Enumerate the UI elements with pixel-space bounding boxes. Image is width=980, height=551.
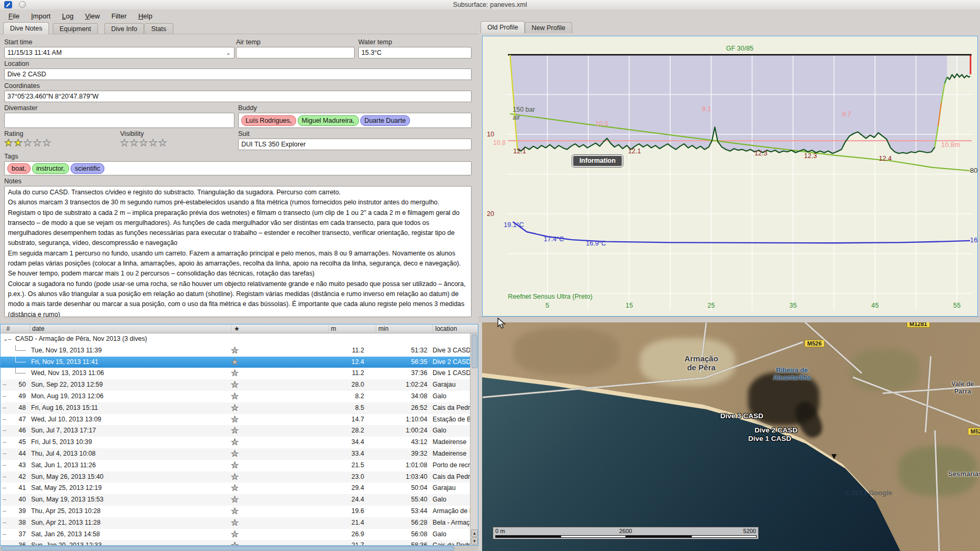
dive-row[interactable]: –42Sun, May 26, 2013 15:4023.01:03:40Cai… xyxy=(1,471,478,483)
star-empty-icon: ★ xyxy=(231,529,239,540)
panel-splitter[interactable] xyxy=(478,317,980,322)
column-header-3[interactable]: m xyxy=(328,325,336,333)
water-temp-field[interactable]: 15.3°C xyxy=(358,47,472,58)
cell-date: Sun, Jul 7, 2013 17:17 xyxy=(31,425,96,437)
visibility-stars[interactable]: ★★★★★ xyxy=(120,137,168,149)
tag-pill[interactable]: scientific xyxy=(71,163,104,174)
dive-row[interactable]: –39Thu, Apr 25, 2013 10:2819.653:44Armaç… xyxy=(1,506,478,517)
air-temp-field[interactable] xyxy=(236,47,355,58)
cell-min: 56:28 xyxy=(369,517,427,529)
information-button[interactable]: Information xyxy=(572,155,623,167)
dive-row[interactable]: Tue, Nov 19, 2013 11:3911.251:32Dive 3 C… xyxy=(1,345,478,357)
location-label: Location xyxy=(4,60,29,67)
tab-old-profile[interactable]: Old Profile xyxy=(481,21,525,33)
time-tick: 5 xyxy=(545,302,549,309)
dive-profile-chart[interactable]: GF 30/85150 barair102051525354555Reefnet… xyxy=(482,36,978,317)
dive-list-vertical-scrollbar[interactable]: ▲ ▼ xyxy=(470,333,478,545)
menu-filter[interactable]: Filter xyxy=(106,11,132,21)
dive-row[interactable]: –43Sat, Jun 1, 2013 11:2621.51:01:08Port… xyxy=(1,460,478,471)
divemaster-field[interactable] xyxy=(4,113,234,128)
menu-log[interactable]: Log xyxy=(57,11,79,21)
column-header-0[interactable]: # xyxy=(4,325,10,333)
column-header-5[interactable]: location xyxy=(433,325,457,333)
cell-m: 23.0 xyxy=(317,471,364,483)
profile-plot: GF 30/85150 barair102051525354555Reefnet… xyxy=(483,36,977,316)
dive-row[interactable]: –48Fri, Aug 16, 2013 15:118.526:52Cais d… xyxy=(1,402,478,414)
collapse-icon[interactable]: ⌄– xyxy=(3,333,11,345)
water-temp-label: Water temp xyxy=(358,38,392,46)
menu-import[interactable]: Import xyxy=(26,11,56,21)
column-header-2[interactable]: ★ xyxy=(231,325,240,333)
tag-pill[interactable]: Luís Rodrigues, xyxy=(241,115,296,126)
min-depth-label: 9.1 xyxy=(702,105,711,113)
column-header-1[interactable]: date xyxy=(30,325,44,333)
tag-pill[interactable]: Miguel Madureira, xyxy=(298,115,359,126)
tab-new-profile[interactable]: New Profile xyxy=(525,22,572,33)
star-filled-icon: ★ xyxy=(4,137,14,148)
cell-num: 44 xyxy=(1,448,26,460)
buddy-field[interactable]: Luís Rodrigues,Miguel Madureira,Duarte D… xyxy=(238,113,472,128)
tab-stats[interactable]: Stats xyxy=(144,23,173,34)
cell-date: Fri, Aug 16, 2013 15:11 xyxy=(31,402,98,414)
max-depth-label: 12.4 xyxy=(879,155,891,162)
cell-m: 29.4 xyxy=(317,483,364,494)
menu-file[interactable]: File xyxy=(3,11,25,21)
trip-group-label: CASD - Armação de Pêra, Nov 2013 (3 dive… xyxy=(15,333,147,345)
gf-label: GF 30/85 xyxy=(726,45,753,52)
tag-pill[interactable]: Duarte Duarte xyxy=(360,115,410,126)
cell-date: Thu, Apr 25, 2013 10:28 xyxy=(31,506,101,517)
scrollbar-thumb[interactable] xyxy=(1,546,454,550)
rating-stars[interactable]: ★★★★★ xyxy=(4,137,52,149)
dive-row[interactable]: Fri, Nov 15, 2013 11:4112.456:35Dive 2 C… xyxy=(1,357,478,368)
depth-tick: 10 xyxy=(487,131,494,138)
mean-depth-label-left: 10.8 xyxy=(493,139,506,146)
map-place-label: Sesmarias xyxy=(942,470,980,478)
cell-loc: Garajau xyxy=(433,483,456,494)
tab-dive-info[interactable]: Dive Info xyxy=(104,23,144,34)
dive-row[interactable]: –40Sun, May 19, 2013 15:5324.455:40Galo★… xyxy=(1,494,478,506)
notes-textarea[interactable]: Aula do curso CASD. Transectos c/video e… xyxy=(4,186,472,317)
menu-help[interactable]: Help xyxy=(133,11,158,21)
estuary-channel xyxy=(791,399,826,441)
dive-row[interactable]: –46Sun, Jul 7, 2013 17:1728.21:00:24Galo… xyxy=(1,425,478,437)
min-depth-label: 10.5 xyxy=(595,120,608,127)
dive-site-map[interactable]: Armação de PêraRibeira de AlcantarilhaVa… xyxy=(482,322,980,551)
dive-list-header[interactable]: #date★mminlocation xyxy=(1,324,478,333)
scrollbar-thumb[interactable] xyxy=(472,334,477,368)
location-field[interactable]: Dive 2 CASD xyxy=(4,68,472,80)
dive-row[interactable]: Wed, Nov 13, 2013 11:0611.237:36Dive 1 C… xyxy=(1,368,478,379)
tag-pill[interactable]: instructor, xyxy=(32,163,69,174)
scroll-up-button[interactable]: ▲ xyxy=(471,529,478,537)
start-time-combo[interactable]: 11/15/13 11:41 AM ⌄ xyxy=(4,47,234,58)
tags-field[interactable]: boat,instructor,scientific xyxy=(4,161,472,175)
cell-num: 36 xyxy=(1,540,26,546)
tag-pill[interactable]: boat, xyxy=(7,163,31,174)
menu-view[interactable]: View xyxy=(80,11,105,21)
max-depth-label: 12.1 xyxy=(628,147,641,155)
dive-row[interactable]: –41Sat, May 25, 2013 12:1929.450:04Garaj… xyxy=(1,483,478,494)
dive-row[interactable]: –50Sun, Sep 22, 2013 12:5928.01:02:24Gar… xyxy=(1,379,478,391)
cell-date: Thu, Jul 4, 2013 10:08 xyxy=(31,448,95,460)
buddy-label: Buddy xyxy=(238,104,257,112)
dive-row[interactable]: –38Sun, Apr 21, 2013 11:2821.456:28Bela … xyxy=(1,517,478,529)
cell-min: 56:35 xyxy=(369,357,427,368)
column-header-4[interactable]: min xyxy=(376,325,388,333)
time-tick: 55 xyxy=(953,302,961,309)
dive-row[interactable]: –44Thu, Jul 4, 2013 10:0833.439:32Madeir… xyxy=(1,448,478,460)
scale-max: 5200 xyxy=(743,528,756,534)
water-temp-value: 15.3°C xyxy=(361,49,381,56)
dive-row[interactable]: –49Mon, Aug 19, 2013 12:068.234:08Galo★★… xyxy=(1,391,478,402)
cell-num: 46 xyxy=(1,425,26,437)
dive-row[interactable]: –47Wed, Jul 10, 2013 13:0914.71:10:04Est… xyxy=(1,414,478,426)
tab-dive-notes[interactable]: Dive Notes xyxy=(3,22,49,34)
trip-group-row[interactable]: ⌄–CASD - Armação de Pêra, Nov 2013 (3 di… xyxy=(1,333,478,345)
dive-row[interactable]: –36Sun, Jan 20, 2013 12:3321.758:36Cais … xyxy=(1,540,478,546)
dive-row[interactable]: –45Fri, Jul 5, 2013 10:3934.443:12Madeir… xyxy=(1,437,478,448)
coordinates-field[interactable]: 37°05'23.460"N 8°20'47.879"W xyxy=(4,91,472,102)
tab-equipment[interactable]: Equipment xyxy=(53,23,98,34)
dive-site-marker[interactable] xyxy=(831,454,837,459)
scroll-down-button[interactable]: ▼ xyxy=(471,537,478,545)
suit-field[interactable]: DUI TLS 350 Explorer xyxy=(238,139,472,150)
dive-row[interactable]: –37Sat, Jan 26, 2013 14:5826.956:08Galo★… xyxy=(1,529,478,540)
dive-list-horizontal-scrollbar[interactable] xyxy=(0,546,478,551)
